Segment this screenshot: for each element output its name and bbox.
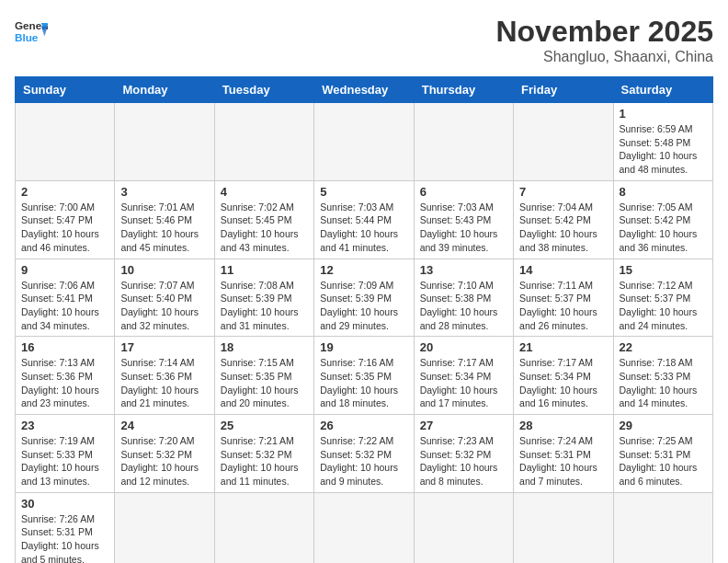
calendar-week-5: 23Sunrise: 7:19 AM Sunset: 5:33 PM Dayli… bbox=[16, 415, 713, 493]
calendar-week-2: 2Sunrise: 7:00 AM Sunset: 5:47 PM Daylig… bbox=[16, 180, 713, 259]
day-number: 19 bbox=[320, 340, 407, 354]
day-info: Sunrise: 7:11 AM Sunset: 5:37 PM Dayligh… bbox=[519, 279, 607, 333]
day-info: Sunrise: 7:17 AM Sunset: 5:34 PM Dayligh… bbox=[519, 356, 607, 410]
calendar-cell: 11Sunrise: 7:08 AM Sunset: 5:39 PM Dayli… bbox=[214, 259, 313, 337]
calendar-cell bbox=[115, 492, 214, 563]
day-number: 29 bbox=[620, 419, 707, 432]
calendar-cell: 14Sunrise: 7:11 AM Sunset: 5:37 PM Dayli… bbox=[514, 259, 613, 337]
calendar-cell bbox=[514, 492, 613, 563]
calendar-cell: 20Sunrise: 7:17 AM Sunset: 5:34 PM Dayli… bbox=[414, 337, 513, 415]
day-number: 5 bbox=[320, 185, 407, 199]
calendar-cell: 25Sunrise: 7:21 AM Sunset: 5:32 PM Dayli… bbox=[214, 415, 313, 493]
day-number: 15 bbox=[620, 263, 707, 277]
day-number: 20 bbox=[420, 340, 507, 354]
calendar-week-4: 16Sunrise: 7:13 AM Sunset: 5:36 PM Dayli… bbox=[16, 337, 713, 415]
day-number: 7 bbox=[519, 185, 607, 199]
day-info: Sunrise: 7:10 AM Sunset: 5:38 PM Dayligh… bbox=[420, 279, 507, 333]
day-number: 26 bbox=[320, 419, 407, 432]
day-number: 16 bbox=[21, 340, 108, 354]
calendar-cell: 22Sunrise: 7:18 AM Sunset: 5:33 PM Dayli… bbox=[613, 337, 712, 415]
header-friday: Friday bbox=[514, 77, 613, 103]
calendar-week-6: 30Sunrise: 7:26 AM Sunset: 5:31 PM Dayli… bbox=[16, 492, 713, 563]
header-monday: Monday bbox=[115, 77, 214, 103]
day-info: Sunrise: 7:18 AM Sunset: 5:33 PM Dayligh… bbox=[620, 356, 707, 410]
day-info: Sunrise: 7:15 AM Sunset: 5:35 PM Dayligh… bbox=[221, 356, 308, 410]
calendar-cell bbox=[214, 492, 313, 563]
day-number: 3 bbox=[120, 185, 208, 199]
calendar-cell: 23Sunrise: 7:19 AM Sunset: 5:33 PM Dayli… bbox=[16, 415, 115, 493]
day-number: 14 bbox=[519, 263, 607, 277]
day-number: 24 bbox=[120, 419, 208, 432]
day-info: Sunrise: 7:24 AM Sunset: 5:31 PM Dayligh… bbox=[519, 434, 607, 488]
header-wednesday: Wednesday bbox=[314, 77, 414, 103]
calendar-cell: 17Sunrise: 7:14 AM Sunset: 5:36 PM Dayli… bbox=[115, 337, 214, 415]
day-number: 13 bbox=[420, 263, 507, 277]
calendar-cell: 21Sunrise: 7:17 AM Sunset: 5:34 PM Dayli… bbox=[514, 337, 613, 415]
calendar-week-1: 1Sunrise: 6:59 AM Sunset: 5:48 PM Daylig… bbox=[16, 103, 713, 181]
calendar-cell: 9Sunrise: 7:06 AM Sunset: 5:41 PM Daylig… bbox=[16, 259, 115, 337]
day-number: 27 bbox=[420, 419, 507, 432]
calendar-cell: 4Sunrise: 7:02 AM Sunset: 5:45 PM Daylig… bbox=[214, 180, 313, 259]
day-info: Sunrise: 7:03 AM Sunset: 5:44 PM Dayligh… bbox=[320, 201, 407, 255]
day-info: Sunrise: 7:19 AM Sunset: 5:33 PM Dayligh… bbox=[21, 434, 108, 488]
day-info: Sunrise: 7:06 AM Sunset: 5:41 PM Dayligh… bbox=[21, 279, 108, 333]
day-number: 25 bbox=[221, 419, 308, 432]
day-info: Sunrise: 7:12 AM Sunset: 5:37 PM Dayligh… bbox=[620, 279, 707, 333]
day-info: Sunrise: 7:14 AM Sunset: 5:36 PM Dayligh… bbox=[120, 356, 208, 410]
day-number: 9 bbox=[21, 263, 108, 277]
day-info: Sunrise: 7:03 AM Sunset: 5:43 PM Dayligh… bbox=[420, 201, 507, 255]
calendar-cell: 3Sunrise: 7:01 AM Sunset: 5:46 PM Daylig… bbox=[115, 180, 214, 259]
day-info: Sunrise: 7:22 AM Sunset: 5:32 PM Dayligh… bbox=[320, 434, 407, 488]
header-tuesday: Tuesday bbox=[214, 77, 313, 103]
header-thursday: Thursday bbox=[414, 77, 513, 103]
day-info: Sunrise: 7:17 AM Sunset: 5:34 PM Dayligh… bbox=[420, 356, 507, 410]
location: Shangluo, Shaanxi, China bbox=[495, 49, 713, 65]
day-number: 8 bbox=[620, 185, 707, 199]
day-info: Sunrise: 7:20 AM Sunset: 5:32 PM Dayligh… bbox=[120, 434, 208, 488]
day-info: Sunrise: 7:07 AM Sunset: 5:40 PM Dayligh… bbox=[120, 279, 208, 333]
day-number: 28 bbox=[519, 419, 607, 432]
header-saturday: Saturday bbox=[613, 77, 712, 103]
calendar-cell bbox=[314, 103, 414, 181]
day-number: 6 bbox=[420, 185, 507, 199]
calendar-cell: 18Sunrise: 7:15 AM Sunset: 5:35 PM Dayli… bbox=[214, 337, 313, 415]
day-info: Sunrise: 7:04 AM Sunset: 5:42 PM Dayligh… bbox=[519, 201, 607, 255]
logo: General Blue bbox=[15, 15, 48, 48]
day-number: 30 bbox=[21, 497, 108, 511]
day-info: Sunrise: 7:08 AM Sunset: 5:39 PM Dayligh… bbox=[221, 279, 308, 333]
calendar-cell bbox=[414, 103, 513, 181]
calendar-cell: 6Sunrise: 7:03 AM Sunset: 5:43 PM Daylig… bbox=[414, 180, 513, 259]
day-info: Sunrise: 7:23 AM Sunset: 5:32 PM Dayligh… bbox=[420, 434, 507, 488]
svg-text:Blue: Blue bbox=[15, 31, 39, 43]
day-number: 2 bbox=[21, 185, 108, 199]
calendar-cell: 12Sunrise: 7:09 AM Sunset: 5:39 PM Dayli… bbox=[314, 259, 414, 337]
day-info: Sunrise: 6:59 AM Sunset: 5:48 PM Dayligh… bbox=[620, 122, 707, 177]
calendar-cell: 28Sunrise: 7:24 AM Sunset: 5:31 PM Dayli… bbox=[514, 415, 613, 493]
calendar-cell: 15Sunrise: 7:12 AM Sunset: 5:37 PM Dayli… bbox=[613, 259, 712, 337]
day-info: Sunrise: 7:13 AM Sunset: 5:36 PM Dayligh… bbox=[21, 356, 108, 410]
day-number: 4 bbox=[221, 185, 308, 199]
title-area: November 2025 Shangluo, Shaanxi, China bbox=[495, 15, 713, 65]
calendar-cell: 2Sunrise: 7:00 AM Sunset: 5:47 PM Daylig… bbox=[16, 180, 115, 259]
day-info: Sunrise: 7:02 AM Sunset: 5:45 PM Dayligh… bbox=[221, 201, 308, 255]
calendar-cell: 7Sunrise: 7:04 AM Sunset: 5:42 PM Daylig… bbox=[514, 180, 613, 259]
calendar-week-3: 9Sunrise: 7:06 AM Sunset: 5:41 PM Daylig… bbox=[16, 259, 713, 337]
day-info: Sunrise: 7:16 AM Sunset: 5:35 PM Dayligh… bbox=[320, 356, 407, 410]
day-number: 21 bbox=[519, 340, 607, 354]
day-number: 17 bbox=[120, 340, 208, 354]
day-number: 11 bbox=[221, 263, 308, 277]
day-info: Sunrise: 7:21 AM Sunset: 5:32 PM Dayligh… bbox=[221, 434, 308, 488]
calendar-cell: 24Sunrise: 7:20 AM Sunset: 5:32 PM Dayli… bbox=[115, 415, 214, 493]
calendar-cell: 1Sunrise: 6:59 AM Sunset: 5:48 PM Daylig… bbox=[613, 103, 712, 181]
calendar-cell bbox=[613, 492, 712, 563]
day-number: 18 bbox=[221, 340, 308, 354]
calendar-cell: 29Sunrise: 7:25 AM Sunset: 5:31 PM Dayli… bbox=[613, 415, 712, 493]
logo-icon: General Blue bbox=[15, 15, 48, 48]
calendar-cell bbox=[16, 103, 115, 181]
day-number: 12 bbox=[320, 263, 407, 277]
weekday-header-row: Sunday Monday Tuesday Wednesday Thursday… bbox=[16, 77, 713, 103]
day-info: Sunrise: 7:05 AM Sunset: 5:42 PM Dayligh… bbox=[620, 201, 707, 255]
calendar-cell bbox=[414, 492, 513, 563]
calendar-cell: 13Sunrise: 7:10 AM Sunset: 5:38 PM Dayli… bbox=[414, 259, 513, 337]
day-info: Sunrise: 7:01 AM Sunset: 5:46 PM Dayligh… bbox=[120, 201, 208, 255]
